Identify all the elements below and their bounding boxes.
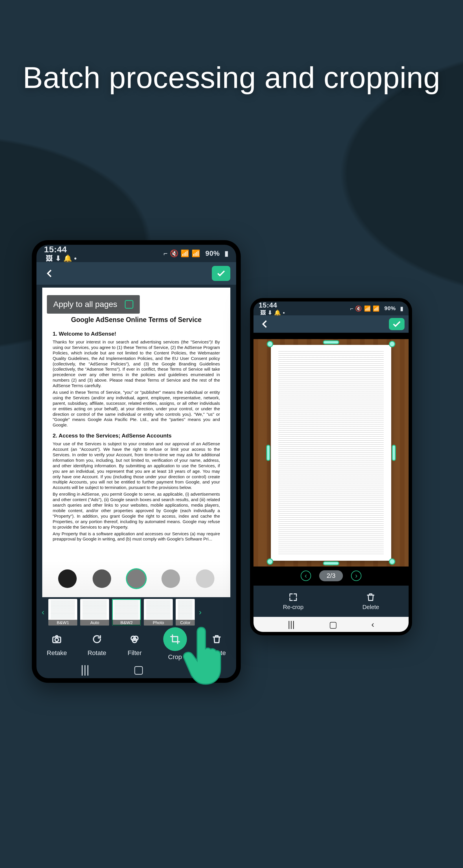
- nav-back[interactable]: ‹: [371, 619, 374, 629]
- tool-rotate[interactable]: Rotate: [87, 631, 106, 657]
- page-pager: ‹ 2/3 ›: [253, 569, 409, 583]
- apply-all-chip[interactable]: Apply to all pages: [47, 295, 140, 314]
- filter-bw1-label: B&W1: [48, 620, 77, 625]
- filter-color-label: Color: [176, 620, 195, 625]
- filter-icon: [129, 634, 140, 644]
- crop-icon: [170, 634, 180, 644]
- action-recrop[interactable]: Re-crop: [283, 592, 304, 611]
- filter-prev[interactable]: ‹: [40, 608, 45, 617]
- nav-home[interactable]: ▢: [133, 663, 144, 676]
- pager-prev[interactable]: ‹: [301, 570, 311, 581]
- tool-crop-label: Crop: [168, 653, 182, 661]
- phone-mockup-secondary: 15:44 🖼 ⬇ 🔔 • ⌐ 🔇 📶 📶 90% ▮ ‹: [250, 298, 412, 636]
- doc-h2: 2. Access to the Services; AdSense Accou…: [53, 433, 220, 439]
- android-status-bar: 15:44 🖼 ⬇ 🔔 • ⌐ 🔇 📶 📶 90% ▮: [36, 245, 236, 262]
- status-right-icons: ⌐ 🔇 📶 📶 90% ▮: [163, 249, 228, 257]
- filter-bw2[interactable]: B&W2: [112, 599, 141, 625]
- camera-icon: [52, 634, 62, 644]
- back-button[interactable]: [42, 266, 57, 281]
- trash-icon: [366, 592, 376, 602]
- scanned-page: [271, 345, 391, 561]
- doc-title: Google AdSense Online Terms of Service: [53, 316, 220, 324]
- svg-point-1: [55, 638, 58, 642]
- confirm-button[interactable]: [212, 266, 230, 281]
- doc-p3: By enrolling in AdSense, you permit Goog…: [53, 492, 220, 530]
- status-clock: 15:44 🖼 ⬇ 🔔 •: [44, 245, 77, 262]
- android-status-bar: 15:44 🖼 ⬇ 🔔 • ⌐ 🔇 📶 📶 90% ▮: [253, 302, 409, 315]
- intensity-3[interactable]: [127, 569, 146, 588]
- back-button[interactable]: [257, 316, 273, 332]
- document-preview[interactable]: Apply to all pages Google AdSense Online…: [42, 288, 230, 597]
- trash-icon: [212, 634, 222, 644]
- action-recrop-label: Re-crop: [283, 604, 304, 611]
- intensity-4[interactable]: [161, 569, 180, 588]
- marketing-headline: Batch processing and cropping: [0, 49, 463, 106]
- doc-p2: Your use of the Services is subject to y…: [53, 441, 220, 490]
- filter-auto[interactable]: Auto: [80, 599, 109, 625]
- tool-rotate-label: Rotate: [87, 649, 106, 657]
- nav-home[interactable]: ▢: [329, 619, 337, 629]
- crop-handle-bl[interactable]: [267, 558, 273, 565]
- action-delete-label: Delete: [362, 604, 379, 611]
- check-icon: [216, 269, 226, 278]
- doc-p1b: As used in these Terms of Service, "you"…: [53, 390, 220, 428]
- intensity-2[interactable]: [93, 569, 111, 588]
- status-right-icons: ⌐ 🔇 📶 📶 90% ▮: [350, 305, 403, 312]
- tool-delete[interactable]: Delete: [208, 631, 226, 657]
- desk-background: [253, 339, 409, 566]
- app-top-bar: [253, 315, 409, 333]
- filter-bw1[interactable]: B&W1: [48, 599, 77, 625]
- action-delete[interactable]: Delete: [362, 592, 379, 611]
- tool-delete-label: Delete: [208, 649, 226, 657]
- tool-filter-label: Filter: [128, 649, 142, 657]
- filter-photo-label: Photo: [144, 620, 173, 625]
- filter-strip: ‹ B&W1 Auto B&W2 Photo Color ›: [36, 597, 236, 627]
- pager-next[interactable]: ›: [351, 570, 362, 581]
- tool-filter[interactable]: Filter: [127, 631, 143, 657]
- intensity-row: [42, 560, 230, 597]
- crop-handle-tr[interactable]: [389, 341, 395, 347]
- doc-p4: Any Property that is a software applicat…: [53, 531, 220, 542]
- filter-photo[interactable]: Photo: [144, 599, 173, 625]
- crop-canvas[interactable]: ‹ 2/3 ›: [253, 333, 409, 586]
- apply-all-checkbox[interactable]: [125, 300, 133, 309]
- doc-p1: Thanks for your interest in our search a…: [53, 339, 220, 389]
- crop-handle-tl[interactable]: [267, 341, 273, 347]
- nav-recents[interactable]: |||: [288, 619, 295, 629]
- confirm-button[interactable]: [389, 318, 405, 330]
- nav-back[interactable]: ‹: [188, 663, 192, 676]
- intensity-5[interactable]: [196, 569, 214, 588]
- filter-color[interactable]: Color: [176, 599, 195, 625]
- tool-retake-label: Retake: [47, 649, 67, 657]
- filter-auto-label: Auto: [80, 620, 109, 625]
- tool-retake[interactable]: Retake: [47, 631, 67, 657]
- nav-recents[interactable]: |||: [81, 663, 89, 676]
- filter-next[interactable]: ›: [198, 608, 203, 617]
- status-clock: 15:44 🖼 ⬇ 🔔 •: [259, 302, 285, 316]
- expand-icon: [288, 592, 298, 602]
- android-nav-bar: ||| ▢ ‹: [253, 617, 409, 632]
- tool-crop[interactable]: Crop: [163, 627, 187, 661]
- android-nav-bar: ||| ▢ ‹: [36, 661, 236, 678]
- bottom-toolbar: Retake Rotate Filter Crop Delete: [36, 627, 236, 661]
- crop-handle-bottom[interactable]: [323, 561, 339, 565]
- crop-handle-top[interactable]: [323, 340, 339, 344]
- doc-h1: 1. Welcome to AdSense!: [53, 331, 220, 337]
- intensity-1[interactable]: [58, 569, 77, 588]
- pager-indicator: 2/3: [319, 570, 343, 581]
- crop-handle-br[interactable]: [389, 558, 395, 565]
- document-body: Google AdSense Online Terms of Service 1…: [42, 288, 230, 597]
- arrow-left-icon: [260, 319, 270, 329]
- app-top-bar: [36, 262, 236, 285]
- crop-handle-left[interactable]: [266, 445, 270, 461]
- crop-bottom-actions: Re-crop Delete: [253, 586, 409, 617]
- apply-all-label: Apply to all pages: [53, 300, 117, 309]
- arrow-left-icon: [45, 269, 55, 278]
- crop-handle-right[interactable]: [392, 445, 396, 461]
- check-icon: [392, 319, 402, 329]
- rotate-icon: [92, 634, 102, 644]
- phone-mockup-primary: 15:44 🖼 ⬇ 🔔 • ⌐ 🔇 📶 📶 90% ▮ Apply to all…: [32, 240, 241, 683]
- filter-bw2-label: B&W2: [112, 620, 141, 625]
